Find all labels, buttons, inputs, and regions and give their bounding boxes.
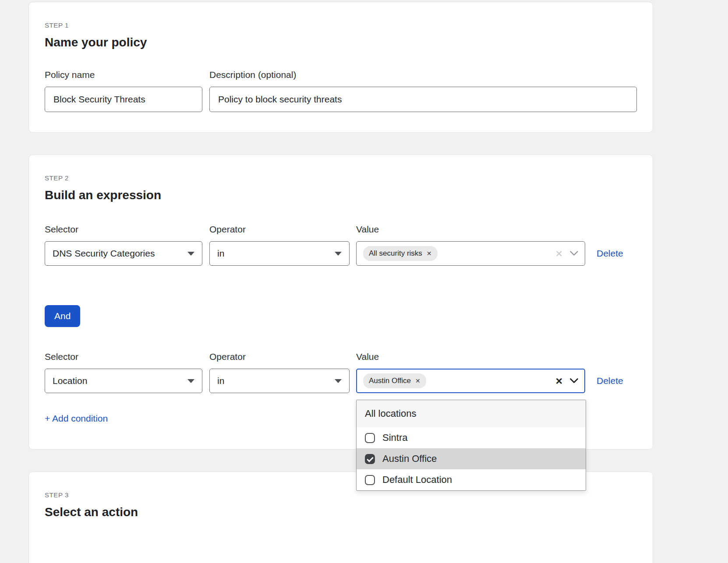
operator-column-label: Operator (209, 352, 350, 362)
operator-dropdown-2-value: in (217, 376, 224, 386)
value-tag: All security risks ✕ (363, 246, 438, 261)
condition-row-2: Location in Austin Office ✕ ✕ (45, 369, 637, 393)
and-button[interactable]: And (45, 305, 80, 327)
checkbox-icon[interactable] (365, 475, 375, 485)
dropdown-option-label: Sintra (382, 432, 407, 443)
dropdown-option-austin-office[interactable]: Austin Office (357, 448, 586, 469)
condition-row-1: DNS Security Categories in All security … (45, 241, 637, 266)
selector-column-label: Selector (45, 224, 202, 235)
selector-dropdown-1[interactable]: DNS Security Categories (45, 241, 202, 266)
dropdown-option-default-location[interactable]: Default Location (357, 469, 586, 490)
operator-dropdown-1[interactable]: in (209, 241, 350, 266)
dropdown-option-label: Default Location (382, 474, 452, 486)
add-condition-link[interactable]: + Add condition (45, 413, 108, 424)
operator-column-label: Operator (209, 224, 350, 235)
clear-value-icon[interactable]: ✕ (555, 377, 563, 386)
value-field-wrap-2: Austin Office ✕ ✕ All locations (356, 369, 585, 393)
step1-fields: Policy name Description (optional) (45, 70, 637, 112)
value-field-wrap-1: All security risks ✕ ✕ (356, 241, 585, 266)
condition-2-labels: Selector Operator Value (45, 352, 637, 362)
description-label: Description (optional) (209, 70, 637, 80)
chevron-down-icon (187, 252, 194, 256)
dropdown-option-label: Austin Office (382, 453, 437, 464)
value-multiselect-2[interactable]: Austin Office ✕ ✕ (356, 369, 585, 393)
condition-1-labels: Selector Operator Value (45, 224, 637, 235)
value-column-label: Value (356, 224, 585, 235)
selector-column-label: Selector (45, 352, 202, 362)
policy-name-field: Policy name (45, 70, 202, 112)
chevron-down-icon (187, 379, 194, 383)
delete-condition-2-link[interactable]: Delete (597, 376, 623, 386)
selector-dropdown-2-value: Location (53, 376, 87, 386)
selector-dropdown-1-value: DNS Security Categories (53, 248, 155, 259)
operator-dropdown-1-value: in (217, 248, 224, 259)
clear-value-icon[interactable]: ✕ (555, 249, 563, 258)
step1-title: Name your policy (45, 35, 637, 49)
value-column-label: Value (356, 352, 585, 362)
delete-condition-1-link[interactable]: Delete (597, 248, 623, 259)
step1-card: STEP 1 Name your policy Policy name Desc… (28, 2, 653, 133)
step1-label: STEP 1 (45, 21, 637, 29)
value-tag-label: All security risks (369, 249, 422, 258)
checkbox-checked-icon[interactable] (365, 454, 375, 464)
dropdown-group-header: All locations (357, 400, 586, 427)
value-tag: Austin Office ✕ (363, 373, 426, 388)
operator-dropdown-2[interactable]: in (209, 369, 350, 393)
description-field: Description (optional) (209, 70, 637, 112)
step2-card: STEP 2 Build an expression Selector Oper… (28, 155, 653, 450)
description-input[interactable] (209, 87, 637, 112)
dropdown-option-sintra[interactable]: Sintra (357, 427, 586, 448)
checkbox-icon[interactable] (365, 433, 375, 443)
chevron-down-icon (335, 252, 342, 256)
chevron-down-icon[interactable] (570, 378, 578, 384)
chevron-down-icon[interactable] (570, 251, 578, 256)
multiselect-controls: ✕ (555, 249, 578, 258)
remove-tag-icon[interactable]: ✕ (415, 378, 421, 384)
policy-name-label: Policy name (45, 70, 202, 80)
multiselect-controls: ✕ (555, 377, 578, 386)
chevron-down-icon (335, 379, 342, 383)
policy-name-input[interactable] (45, 87, 202, 112)
value-multiselect-1[interactable]: All security risks ✕ ✕ (356, 241, 585, 266)
value-dropdown-panel: All locations Sintra Austin Office Defau… (356, 400, 586, 491)
remove-tag-icon[interactable]: ✕ (427, 250, 432, 257)
step3-title: Select an action (45, 505, 637, 519)
step2-label: STEP 2 (45, 174, 637, 182)
step3-label: STEP 3 (45, 491, 637, 499)
step2-title: Build an expression (45, 188, 637, 202)
selector-dropdown-2[interactable]: Location (45, 369, 202, 393)
value-tag-label: Austin Office (369, 377, 411, 385)
page: STEP 1 Name your policy Policy name Desc… (0, 0, 728, 563)
